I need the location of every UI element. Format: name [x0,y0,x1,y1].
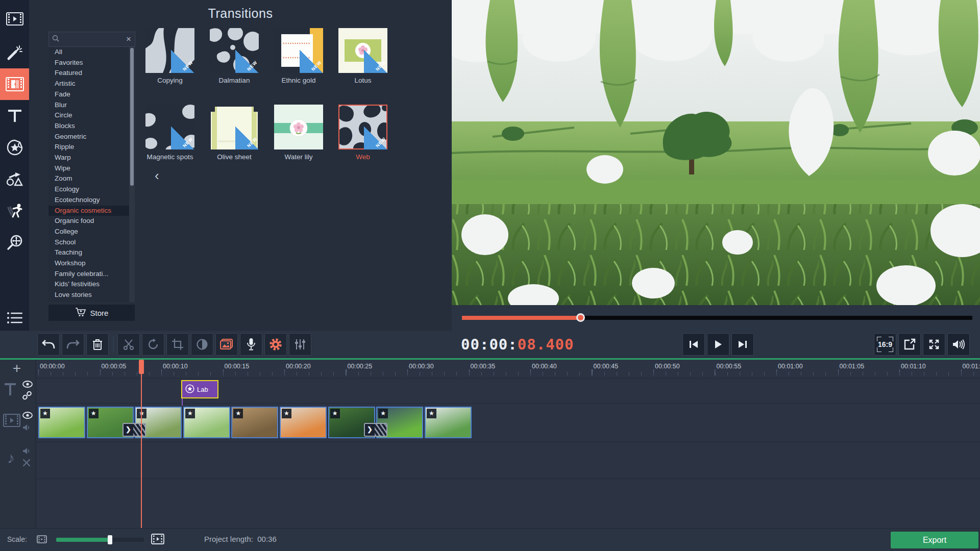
video-clip-salad-bowl[interactable]: ★ [280,407,327,438]
clip-star-badge: ★ [185,409,195,418]
new-badge: NEW [235,49,259,73]
category-organic-cosmetics[interactable]: Organic cosmetics [48,206,129,216]
category-wipe[interactable]: Wipe [48,163,129,174]
volume-button[interactable] [947,333,970,356]
crop-button[interactable] [166,333,189,356]
category-warp[interactable]: Warp [48,153,129,163]
transition-thumbnail [274,105,323,149]
clip-properties-button[interactable] [264,333,287,356]
video-clip-paper-bags[interactable]: ★ [231,407,278,438]
category-family-celebrati[interactable]: Family celebrati... [48,269,129,280]
category-kids-festivities[interactable]: Kids' festivities [48,279,129,290]
logo-overlay-button[interactable] [215,333,238,356]
video-clip-desk-plant[interactable]: ★ [425,407,472,438]
redo-button[interactable] [62,333,84,356]
sticker-star-icon [7,139,23,156]
category-scrollbar-thumb[interactable] [130,48,134,186]
audio-levels-button[interactable] [289,333,311,356]
aspect-corner [889,337,893,341]
search-box[interactable]: × [48,32,135,47]
aspect-ratio-button[interactable]: 16:9 [874,333,896,356]
next-frame-button[interactable] [731,333,754,356]
category-ecotechnology[interactable]: Ecotechnology [48,195,129,206]
zoom-in-film-icon [151,534,164,546]
zoom-out-film-icon [37,535,47,545]
category-love-stories[interactable]: Love stories [48,290,129,300]
contrast-icon [196,338,208,350]
collapse-panel-chevron[interactable]: ‹ [155,168,163,184]
clip-star-badge: ★ [427,409,436,418]
playhead-handle[interactable] [139,360,144,374]
callouts-button[interactable] [0,163,29,195]
transition-label: Magnetic spots [137,153,203,161]
detach-preview-button[interactable] [898,333,921,356]
transition-thumbnail: NEW [145,28,194,73]
category-favorites[interactable]: Favorites [48,58,129,68]
category-school[interactable]: School [48,237,129,248]
record-voice-button[interactable] [240,333,262,356]
titles-button[interactable] [0,100,29,132]
category-geometric[interactable]: Geometric [48,132,129,142]
category-fade[interactable]: Fade [48,89,129,100]
transitions-button[interactable] [0,68,29,100]
preview-seek-row [452,305,980,331]
transition-copying[interactable]: NEW Copying [145,28,194,84]
category-teaching[interactable]: Teaching [48,247,129,258]
category-college[interactable]: College [48,227,129,237]
video-preview[interactable] [452,0,980,305]
rotate-button[interactable] [142,333,164,356]
undo-button[interactable] [37,333,60,356]
animation-button[interactable] [0,195,29,227]
video-clip-seedlings[interactable]: ★ [38,407,85,438]
scale-slider-handle[interactable] [108,535,112,544]
transition-web[interactable]: NEW Web [338,105,387,161]
new-badge: NEW [235,126,259,149]
stickers-button[interactable] [0,132,29,163]
more-tools-button[interactable] [0,305,29,331]
export-button[interactable]: Export [891,532,978,548]
category-workshop[interactable]: Workshop [48,258,129,269]
transition-water-lily[interactable]: Water lily [274,105,323,161]
clip-transition-indicator[interactable]: ❯ [364,423,387,437]
clip-transition-indicator[interactable]: ❯ [122,423,146,437]
category-ecology[interactable]: Ecology [48,184,129,195]
color-adjust-button[interactable] [191,333,213,356]
seek-handle[interactable] [576,313,585,322]
category-organic-food[interactable]: Organic food [48,216,129,227]
filters-button[interactable] [0,37,29,68]
category-blocks[interactable]: Blocks [48,121,129,132]
pan-zoom-button[interactable] [0,227,29,258]
store-button[interactable]: Store [48,305,135,321]
previous-frame-button[interactable] [682,333,705,356]
video-clip-blurred-green[interactable]: ★ [183,407,230,438]
panel-title: Transitions [29,6,452,21]
category-list: AllFavoritesFeaturedArtisticFadeBlurCirc… [48,47,129,302]
transition-dalmatian[interactable]: NEW Dalmatian [210,28,259,84]
search-clear-icon[interactable]: × [122,33,135,45]
cut-button[interactable] [117,333,140,356]
category-sweet-home[interactable]: Sweet home [48,300,129,302]
play-button[interactable] [707,333,729,356]
category-ripple[interactable]: Ripple [48,142,129,153]
category-artistic[interactable]: Artistic [48,79,129,89]
category-blur[interactable]: Blur [48,100,129,111]
playhead-line[interactable] [141,360,142,528]
delete-button[interactable] [86,333,109,356]
media-import-button[interactable] [0,3,29,35]
transition-magnetic-spots[interactable]: NEW Magnetic spots [145,105,194,161]
transition-olive-sheet[interactable]: NEW Olive sheet [210,105,259,161]
category-featured[interactable]: Featured [48,68,129,79]
transition-thumbnail: NEW [210,28,259,73]
fullscreen-button[interactable] [923,333,945,356]
search-icon [49,35,59,44]
category-all[interactable]: All [48,47,129,58]
clip-star-badge: ★ [40,409,50,418]
transition-lotus[interactable]: NEW Lotus [338,28,387,84]
scale-label: Scale: [7,535,27,543]
transition-ethnic-gold[interactable]: NEW Ethnic gold [274,28,323,84]
category-circle[interactable]: Circle [48,110,129,121]
project-length: Project length: 00:36 [204,535,277,543]
category-zoom[interactable]: Zoom [48,173,129,184]
search-input[interactable] [59,36,122,43]
filmstrip-play-icon [6,12,23,26]
